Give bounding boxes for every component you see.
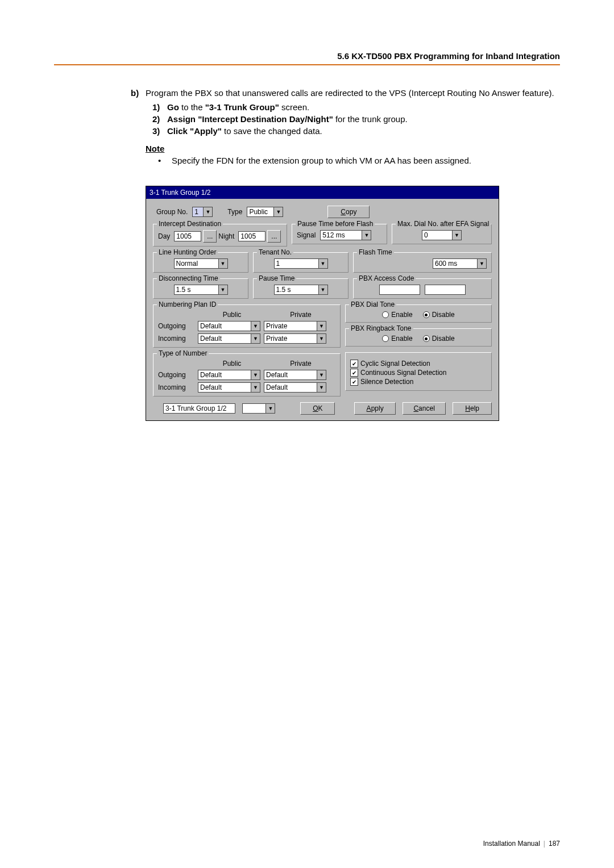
chevron-down-icon[interactable]: ▼ xyxy=(318,285,327,294)
chevron-down-icon[interactable]: ▼ xyxy=(251,322,260,331)
dial-tone-legend: PBX Dial Tone xyxy=(349,301,396,308)
step-1-text: Go to the "3-1 Trunk Group" screen. xyxy=(167,102,309,112)
tn-outgoing-label: Outgoing xyxy=(158,371,198,379)
tn-in-private-select[interactable]: Default▼ xyxy=(264,382,326,393)
page-display: 3-1 Trunk Group 1/2 xyxy=(163,403,235,414)
np-private-hdr: Private xyxy=(266,311,335,319)
flash-time-legend: Flash Time xyxy=(357,248,394,256)
line-hunting-legend: Line Hunting Order xyxy=(157,248,218,256)
silence-check[interactable]: ✔Silence Detection xyxy=(350,378,487,386)
tn-private-hdr: Private xyxy=(266,360,335,368)
pause-time-select[interactable]: 1.5 s▼ xyxy=(274,285,328,295)
header-rule xyxy=(54,64,560,65)
chevron-down-icon[interactable]: ▼ xyxy=(273,207,283,216)
dial-tone-disable-radio[interactable]: Disable xyxy=(423,311,455,319)
cancel-button[interactable]: Cancel xyxy=(403,402,446,415)
step-2-text: Assign "Intercept Destination Day/Night"… xyxy=(167,114,408,124)
line-hunting-select[interactable]: Normal▼ xyxy=(174,258,228,269)
dialog-titlebar: 3-1 Trunk Group 1/2 xyxy=(146,186,499,199)
pause-flash-legend: Pause Time before Flash xyxy=(296,220,375,228)
flash-time-select[interactable]: 600 ms▼ xyxy=(433,258,487,269)
chevron-down-icon[interactable]: ▼ xyxy=(218,259,227,268)
chevron-down-icon[interactable]: ▼ xyxy=(452,231,461,240)
chevron-down-icon[interactable]: ▼ xyxy=(251,334,260,343)
ringback-disable-radio[interactable]: Disable xyxy=(423,335,455,343)
np-out-private-select[interactable]: Private▼ xyxy=(264,321,326,331)
note-text: Specify the FDN for the extension group … xyxy=(172,156,471,165)
chevron-down-icon[interactable]: ▼ xyxy=(477,259,486,268)
signal-select[interactable]: 512 ms▼ xyxy=(320,230,371,240)
type-label: Type xyxy=(227,208,244,216)
chevron-down-icon[interactable]: ▼ xyxy=(251,370,260,379)
pbx-access-field-1[interactable] xyxy=(379,285,420,295)
chevron-down-icon[interactable]: ▼ xyxy=(251,383,260,392)
chevron-down-icon[interactable]: ▼ xyxy=(318,259,327,268)
apply-button[interactable]: Apply xyxy=(354,402,396,415)
chevron-down-icon[interactable]: ▼ xyxy=(317,383,326,392)
tn-out-private-select[interactable]: Default▼ xyxy=(264,370,326,380)
note-heading: Note xyxy=(146,144,560,153)
step-3-text: Click "Apply" to save the changed data. xyxy=(167,126,322,136)
step-2-num: 2) xyxy=(152,114,167,124)
tn-out-public-select[interactable]: Default▼ xyxy=(198,370,260,380)
ringback-legend: PBX Ringback Tone xyxy=(349,324,413,332)
pause-time-legend: Pause Time xyxy=(257,274,296,282)
type-number-legend: Type of Number xyxy=(157,349,209,357)
continuous-check[interactable]: ✔Continuous Signal Detection xyxy=(350,369,487,377)
tn-incoming-label: Incoming xyxy=(158,383,198,391)
chevron-down-icon[interactable]: ▼ xyxy=(203,207,212,216)
night-browse-button[interactable]: ... xyxy=(267,230,281,243)
disconnecting-time-legend: Disconnecting Time xyxy=(157,274,220,282)
tenant-no-legend: Tenant No. xyxy=(257,248,293,256)
step-b-text: Program the PBX so that unanswered calls… xyxy=(146,88,560,98)
np-in-private-select[interactable]: Private▼ xyxy=(264,333,326,344)
help-button[interactable]: Help xyxy=(453,402,492,415)
cyclic-check[interactable]: ✔Cyclic Signal Detection xyxy=(350,360,487,368)
chevron-down-icon[interactable]: ▼ xyxy=(265,404,275,413)
max-dial-select[interactable]: 0▼ xyxy=(422,230,462,240)
group-no-label: Group No. xyxy=(156,208,190,216)
page-select[interactable]: ▼ xyxy=(242,403,276,414)
copy-button[interactable]: Copy xyxy=(327,206,370,218)
chevron-down-icon[interactable]: ▼ xyxy=(218,285,227,294)
page-footer: Installation Manual|187 xyxy=(483,840,560,848)
chevron-down-icon[interactable]: ▼ xyxy=(317,334,326,343)
np-outgoing-label: Outgoing xyxy=(158,322,198,330)
tn-in-public-select[interactable]: Default▼ xyxy=(198,382,260,393)
intercept-legend: Intercept Destination xyxy=(157,220,223,228)
ringback-enable-radio[interactable]: Enable xyxy=(382,335,412,343)
day-field[interactable]: 1005 xyxy=(174,231,201,241)
section-header: 5.6 KX-TD500 PBX Programming for Inband … xyxy=(0,51,560,61)
tn-public-hdr: Public xyxy=(198,360,266,368)
np-in-public-select[interactable]: Default▼ xyxy=(198,333,260,344)
disconnecting-time-select[interactable]: 1.5 s▼ xyxy=(174,285,228,295)
step-b-label: b) xyxy=(131,88,146,98)
pbx-access-legend: PBX Access Code xyxy=(357,274,416,282)
night-field[interactable]: 1005 xyxy=(238,231,265,241)
max-dial-legend: Max. Dial No. after EFA Signal xyxy=(396,220,491,228)
step-3-num: 3) xyxy=(152,126,167,136)
ok-button[interactable]: OK xyxy=(300,402,335,415)
signal-label: Signal xyxy=(297,231,316,239)
np-incoming-label: Incoming xyxy=(158,335,198,343)
tenant-no-select[interactable]: 1▼ xyxy=(274,258,328,269)
np-public-hdr: Public xyxy=(198,311,266,319)
day-browse-button[interactable]: ... xyxy=(203,230,217,243)
step-1-num: 1) xyxy=(152,102,167,112)
bullet-icon: • xyxy=(158,156,172,165)
dial-tone-enable-radio[interactable]: Enable xyxy=(382,311,412,319)
day-label: Day xyxy=(158,232,170,240)
chevron-down-icon[interactable]: ▼ xyxy=(317,370,326,379)
chevron-down-icon[interactable]: ▼ xyxy=(317,322,326,331)
night-label: Night xyxy=(218,232,234,240)
numbering-plan-legend: Numbering Plan ID xyxy=(157,301,218,308)
pbx-access-field-2[interactable] xyxy=(425,285,466,295)
group-no-select[interactable]: 1▼ xyxy=(192,207,213,217)
chevron-down-icon[interactable]: ▼ xyxy=(362,231,371,240)
np-out-public-select[interactable]: Default▼ xyxy=(198,321,260,331)
trunk-group-dialog: 3-1 Trunk Group 1/2 Group No. 1▼ Type Pu… xyxy=(146,186,499,421)
type-select[interactable]: Public▼ xyxy=(247,207,283,217)
